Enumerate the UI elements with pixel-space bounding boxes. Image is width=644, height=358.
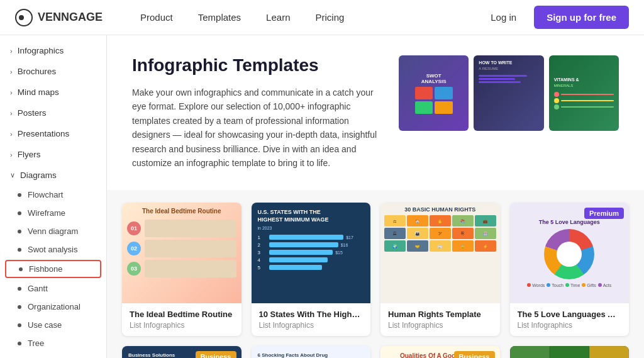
sidebar-sub-item-label: Flowchart [28,190,63,199]
card-body-rights: Human Rights Template List Infographics [380,303,500,336]
card-title-states: 10 States With The Highest Minimum ... [259,310,364,319]
dot-icon [18,287,21,291]
card-love[interactable]: Premium The 5 Love Languages Words Touch… [510,203,630,336]
header-actions: Log in Sign up for free [480,6,629,29]
sidebar-sub-item-venn[interactable]: Venn diagram [0,222,106,240]
sidebar-sub-item-label: Tree [28,338,44,348]
card-img-drug-facts: 6 Shocking Facts About Drug Addiction in… [252,346,371,358]
hero-title: Infographic Templates [132,55,384,76]
cards-row-2: Business Business Solutions 7 Ways To Su… [122,346,629,358]
card-subtitle-bedtime: List Infographics [130,321,234,330]
logo-icon [15,9,33,26]
sidebar-item-flyers[interactable]: › Flyers [0,144,106,165]
sidebar-item-label: Flyers [18,150,41,159]
sidebar-sub-item-gantt[interactable]: Gantt [0,279,106,298]
body: › Infographics › Brochures › Mind maps ›… [0,35,644,358]
sidebar: › Infographics › Brochures › Mind maps ›… [0,35,107,358]
cards-grid: The Ideal Bedtime Routine 01 02 03 The I… [107,190,644,358]
sidebar-sub-item-fishbone[interactable]: Fishbone [5,260,101,278]
sidebar-item-label: Presentations [18,129,70,138]
card-drug-facts[interactable]: 6 Shocking Facts About Drug Addiction in… [252,346,371,358]
card-entrepreneur[interactable]: Business Business Solutions 7 Ways To Su… [122,346,242,358]
hero-image-2: HOW TO WRITE A RESUME [474,55,543,131]
sidebar-sub-item-label: Fishbone [29,264,62,274]
login-button[interactable]: Log in [480,7,526,28]
card-img-states: U.S. STATES WITH THEHIGHEST MINIMUM WAGE… [252,203,371,303]
sidebar-sub-item-swot[interactable]: Swot analysis [0,240,106,259]
hero-image-1: SWOTANALYSIS [399,55,469,131]
bedtime-infographic: The Ideal Bedtime Routine 01 02 03 [122,203,242,303]
sidebar-item-brochures[interactable]: › Brochures [0,61,106,82]
premium-badge: Premium [584,208,624,219]
business-badge-friend: Business [454,351,495,358]
hero-text: Infographic Templates Make your own info… [132,55,384,170]
main-nav: Product Templates Learn Pricing [128,0,480,35]
hero-description: Make your own infographics and communica… [132,86,384,170]
sidebar-item-mind-maps[interactable]: › Mind maps [0,82,106,103]
dot-icon [18,193,21,197]
dot-icon [18,342,21,345]
nav-learn[interactable]: Learn [253,0,303,35]
chevron-down-icon: ∨ [10,171,15,179]
dot-icon [18,248,21,252]
sidebar-item-infographics[interactable]: › Infographics [0,40,106,61]
nav-templates[interactable]: Templates [186,0,253,35]
sidebar-item-posters[interactable]: › Posters [0,103,106,123]
sidebar-item-label: Infographics [18,46,64,55]
card-img-bedtime: The Ideal Bedtime Routine 01 02 03 [122,203,242,303]
sidebar-sub-item-label: Swot analysis [28,245,77,254]
svg-point-1 [19,15,24,20]
sidebar-sub-item-flowchart[interactable]: Flowchart [0,186,106,204]
sidebar-sub-item-label: Use case [28,320,62,330]
sidebar-sub-item-site-map[interactable]: Site map [0,352,106,358]
card-title-rights: Human Rights Template [388,310,492,319]
card-img-superfoods: 1 Blueberries 2 Kale 3 Turmeric [510,346,630,358]
card-title-love: The 5 Love Languages And What They... [518,310,622,319]
card-img-entrepreneur: Business Business Solutions 7 Ways To Su… [122,346,242,358]
dot-icon [18,305,21,309]
chevron-right-icon: › [10,151,13,159]
sidebar-item-label: Mind maps [18,87,59,97]
card-friend[interactable]: Business Qualities Of A Good Friend Loya… [380,346,500,358]
card-states[interactable]: U.S. STATES WITH THEHIGHEST MINIMUM WAGE… [252,203,371,336]
chevron-right-icon: › [10,109,13,117]
logo[interactable]: VENNGAGE [15,9,103,26]
sidebar-sub-item-use-case[interactable]: Use case [0,316,106,334]
card-superfoods[interactable]: 1 Blueberries 2 Kale 3 Turmeric [510,346,630,358]
business-badge-entrepreneur: Business [196,351,236,358]
card-bedtime[interactable]: The Ideal Bedtime Routine 01 02 03 The I… [122,203,242,336]
chevron-right-icon: › [10,68,13,76]
sidebar-item-diagrams[interactable]: ∨ Diagrams [0,165,106,186]
sidebar-sub-item-tree[interactable]: Tree [0,334,106,352]
dot-icon [18,230,21,233]
logo-text: VENNGAGE [38,11,103,24]
card-body-love: The 5 Love Languages And What They... Li… [510,303,630,336]
card-title-bedtime: The Ideal Bedtime Routine [130,310,234,319]
dot-icon [18,323,21,327]
card-subtitle-states: List Infographics [259,321,364,330]
card-rights[interactable]: 30 BASIC HUMAN RIGHTS ⚖ 🏠 ✋ 📚 💼 🗳 👨‍👩‍👧 … [380,203,500,336]
sidebar-item-label: Brochures [18,67,57,76]
sidebar-sub-item-wireframe[interactable]: Wireframe [0,204,106,222]
card-img-friend: Business Qualities Of A Good Friend Loya… [380,346,500,358]
chevron-right-icon: › [10,130,13,138]
header: VENNGAGE Product Templates Learn Pricing… [0,0,644,35]
sidebar-sub-item-org[interactable]: Organizational [0,298,106,316]
hero-images: SWOTANALYSIS HOW TO WRITE A RESUME [399,55,619,131]
sidebar-sub-item-label: Gantt [28,284,48,293]
hero-image-3: VITAMINS & MINERALS [549,55,619,131]
love-chart [544,229,594,279]
card-body-states: 10 States With The Highest Minimum ... L… [252,303,371,336]
nav-pricing[interactable]: Pricing [303,0,357,35]
cards-row-1: The Ideal Bedtime Routine 01 02 03 The I… [122,203,629,336]
sidebar-item-label: Posters [18,108,47,118]
card-img-rights: 30 BASIC HUMAN RIGHTS ⚖ 🏠 ✋ 📚 💼 🗳 👨‍👩‍👧 … [380,203,500,303]
signup-button[interactable]: Sign up for free [534,6,629,29]
card-subtitle-rights: List Infographics [388,321,492,330]
sidebar-item-presentations[interactable]: › Presentations [0,123,106,144]
chevron-right-icon: › [10,89,13,96]
nav-product[interactable]: Product [128,0,186,35]
card-body-bedtime: The Ideal Bedtime Routine List Infograph… [122,303,242,336]
chevron-right-icon: › [10,47,13,55]
card-subtitle-love: List Infographics [518,321,622,330]
